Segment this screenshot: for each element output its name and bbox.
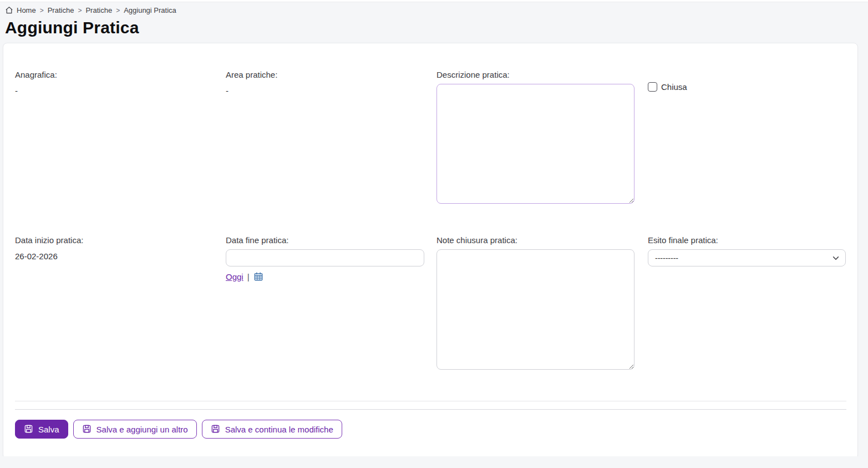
save-icon [24,424,33,435]
save-and-continue-button[interactable]: Salva e continua le modifiche [202,420,342,439]
field-data-fine-pratica: Data fine pratica: Oggi | [226,234,436,281]
divider [15,409,846,410]
data-fine-label: Data fine pratica: [226,234,436,246]
page-header: Home > Pratiche > Pratiche > Aggiungi Pr… [0,2,868,37]
field-data-inizio-pratica: Data inizio pratica: 26-02-2026 [15,234,226,261]
field-anagrafica: Anagrafica: - [15,69,226,95]
breadcrumb-link-pratiche-app[interactable]: Pratiche [48,6,74,14]
esito-finale-select[interactable]: --------- [648,249,846,266]
save-button[interactable]: Salva [15,420,68,439]
home-icon [5,6,13,14]
breadcrumb: Home > Pratiche > Pratiche > Aggiungi Pr… [5,6,868,14]
esito-finale-label: Esito finale pratica: [648,234,846,246]
breadcrumb-link-pratiche-model[interactable]: Pratiche [85,6,112,14]
data-fine-input[interactable] [226,249,424,266]
submit-button-row: Salva Salva e aggiungi un altro Salv [15,420,846,439]
chiusa-label: Chiusa [661,82,687,92]
save-icon [82,424,92,435]
form-row-2: Data inizio pratica: 26-02-2026 Data fin… [15,234,846,372]
field-chiusa: Chiusa [648,69,846,92]
divider [15,401,846,401]
calendar-icon[interactable] [253,271,263,281]
breadcrumb-link-home[interactable]: Home [17,6,36,14]
field-note-chiusura-pratica: Note chiusura pratica: [436,234,648,372]
form-row-1: Anagrafica: - Area pratiche: - Descrizio… [15,69,846,206]
breadcrumb-separator: > [40,7,44,14]
data-inizio-label: Data inizio pratica: [15,234,226,246]
footer-strip [0,456,868,468]
note-chiusura-label: Note chiusura pratica: [436,234,648,246]
descrizione-pratica-textarea[interactable] [436,84,634,204]
breadcrumb-separator: > [78,7,82,14]
data-inizio-value: 26-02-2026 [15,251,226,261]
save-button-label: Salva [38,425,59,434]
chiusa-checkbox[interactable] [648,82,657,92]
field-esito-finale-pratica: Esito finale pratica: --------- [648,234,846,266]
esito-finale-select-wrap: --------- [648,249,846,266]
save-icon [211,424,220,435]
chiusa-checkbox-row[interactable]: Chiusa [648,82,846,92]
area-pratiche-label: Area pratiche: [226,69,436,80]
save-and-continue-label: Salva e continua le modifiche [225,425,333,434]
note-chiusura-textarea[interactable] [436,249,634,370]
save-and-add-another-label: Salva e aggiungi un altro [97,425,188,434]
area-pratiche-value: - [226,86,436,95]
shortcut-separator: | [247,272,250,281]
save-and-add-another-button[interactable]: Salva e aggiungi un altro [73,420,197,439]
page-title: Aggiungi Pratica [5,18,868,37]
field-descrizione-pratica: Descrizione pratica: [436,69,648,206]
breadcrumb-current-page: Aggiungi Pratica [124,6,176,14]
field-area-pratiche: Area pratiche: - [226,69,436,95]
anagrafica-label: Anagrafica: [15,69,226,80]
date-shortcuts: Oggi | [226,271,436,281]
anagrafica-value: - [15,86,226,95]
today-link[interactable]: Oggi [226,272,243,281]
add-pratica-form-card: Anagrafica: - Area pratiche: - Descrizio… [3,43,858,459]
breadcrumb-separator: > [116,7,120,14]
descrizione-pratica-label: Descrizione pratica: [436,69,648,80]
